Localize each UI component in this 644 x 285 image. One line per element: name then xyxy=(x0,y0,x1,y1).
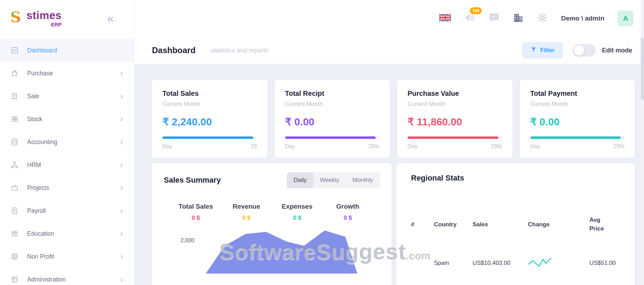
stat-footer: Day 29% xyxy=(530,143,625,150)
chevron-right-icon: › xyxy=(120,92,123,101)
stat-amount: ₹ 11,860.00 xyxy=(408,116,502,128)
announcements-button[interactable]: 126 xyxy=(464,12,475,25)
chevron-right-icon: › xyxy=(120,137,123,146)
sidebar-item-label: Education xyxy=(27,230,54,237)
sparkline-icon xyxy=(528,257,553,269)
metric-growth: Growth 0 $ xyxy=(330,202,365,221)
edit-mode-toggle[interactable] xyxy=(573,44,596,57)
company-button[interactable] xyxy=(513,12,524,25)
stat-amount: ₹ 0.00 xyxy=(285,116,380,128)
sidebar-item-hrm[interactable]: HRM › xyxy=(0,153,134,176)
stat-card-total-sales: Total Sales Current Month ₹ 2,240.00 Day… xyxy=(152,80,267,158)
stat-title: Total Recipt xyxy=(285,90,380,98)
sidebar-item-label: Payroll xyxy=(27,207,46,215)
chevron-right-icon: › xyxy=(120,115,123,124)
sidebar-item-education[interactable]: Education › xyxy=(0,222,134,245)
stat-period: Current Month xyxy=(162,101,257,108)
notification-badge: 126 xyxy=(470,7,482,14)
tab-monthly[interactable]: Monthly xyxy=(346,172,380,188)
panel-row: Sales Summary Daily Weekly Monthly Total… xyxy=(152,163,635,285)
progress-bar-fill xyxy=(162,136,253,139)
chevron-right-icon: › xyxy=(120,160,123,169)
sidebar: S stimes ERP « Dashboard xyxy=(0,0,134,285)
table-row[interactable]: Spain US$10,403.00 US$51.00 xyxy=(411,257,620,269)
metric-value: 0 $ xyxy=(280,215,314,221)
sidebar-item-dashboard[interactable]: Dashboard xyxy=(0,39,134,62)
regional-stats-table: # Country Sales Change Avg Price Spain U… xyxy=(411,216,620,269)
progress-bar-fill xyxy=(530,136,621,139)
app-logo[interactable]: S stimes ERP xyxy=(8,10,62,27)
chevron-right-icon: › xyxy=(120,275,123,284)
sidebar-item-label: Accounting xyxy=(27,139,57,146)
dashboard-chart-icon xyxy=(10,46,19,55)
stat-title: Total Sales xyxy=(162,90,257,98)
main-column: 126 xyxy=(134,0,644,285)
stat-period: Current Month xyxy=(285,101,380,108)
metric-value: 0 $ xyxy=(229,215,264,221)
metric-label: Revenue xyxy=(229,202,264,211)
stat-day-label: Day xyxy=(530,143,540,150)
avatar[interactable]: A xyxy=(618,10,634,26)
sidebar-item-non-profit[interactable]: Non Profit › xyxy=(0,245,134,268)
metric-label: Expenses xyxy=(280,202,314,211)
sales-summary-header: Sales Summary Daily Weekly Monthly xyxy=(164,172,380,188)
sidebar-item-projects[interactable]: Projects › xyxy=(0,176,134,199)
user-menu[interactable]: Demo \ admin xyxy=(561,15,604,22)
chevron-right-icon: › xyxy=(120,252,123,261)
logo-texts: stimes ERP xyxy=(26,10,62,27)
chevron-right-icon: › xyxy=(120,183,123,192)
stat-day-value: 29% xyxy=(613,143,625,150)
scrollbar-track[interactable] xyxy=(641,0,644,285)
tab-weekly[interactable]: Weekly xyxy=(313,172,346,188)
stat-period: Current Month xyxy=(408,101,502,108)
period-tabs: Daily Weekly Monthly xyxy=(287,172,380,188)
stat-day-value: 29% xyxy=(491,143,502,150)
stat-day-label: Day xyxy=(162,143,172,150)
stock-boxes-icon xyxy=(10,115,19,123)
area-chart-icon xyxy=(201,225,380,274)
sidebar-item-label: Purchase xyxy=(27,70,53,77)
progress-bar xyxy=(285,136,380,139)
accounting-database-icon xyxy=(10,138,19,146)
tab-daily[interactable]: Daily xyxy=(287,172,313,188)
sidebar-nav: Dashboard Purchase › Sale › xyxy=(0,39,134,285)
sidebar-item-sale[interactable]: Sale › xyxy=(0,85,134,108)
sidebar-item-accounting[interactable]: Accounting › xyxy=(0,131,134,153)
sidebar-collapse-icon[interactable]: « xyxy=(107,14,114,23)
progress-bar xyxy=(408,136,502,139)
filter-button[interactable]: Filter xyxy=(522,42,563,59)
sidebar-item-administration[interactable]: Administration › xyxy=(0,268,134,285)
sidebar-item-purchase[interactable]: Purchase › xyxy=(0,62,134,85)
subheader: Dashboard statistics and reports Filter … xyxy=(134,37,644,64)
sidebar-item-label: HRM xyxy=(27,161,41,169)
app-window: S stimes ERP « Dashboard xyxy=(0,0,644,285)
sidebar-item-label: Dashboard xyxy=(27,47,57,54)
settings-button[interactable] xyxy=(537,12,548,24)
sale-receipt-icon xyxy=(10,92,19,100)
dashboard-content: Total Sales Current Month ₹ 2,240.00 Day… xyxy=(134,64,644,285)
page-subtitle: statistics and reports xyxy=(211,47,268,54)
messages-button[interactable] xyxy=(489,12,500,25)
stat-card-total-recipt: Total Recipt Current Month ₹ 0.00 Day 29… xyxy=(275,80,390,158)
language-selector[interactable] xyxy=(439,14,451,23)
cell-country: Spain xyxy=(434,260,473,267)
regional-stats-panel: Regional Stats # Country Sales Change Av… xyxy=(396,163,635,285)
sidebar-item-stock[interactable]: Stock › xyxy=(0,108,134,131)
column-header-index: # xyxy=(411,221,434,228)
sidebar-item-payroll[interactable]: Payroll › xyxy=(0,199,134,222)
stat-day-label: Day xyxy=(285,143,295,150)
chart-y-axis-tick: 2,000 xyxy=(164,225,201,274)
metric-revenue: Revenue 0 $ xyxy=(229,202,264,221)
scrollbar-thumb[interactable] xyxy=(641,37,644,100)
sidebar-item-label: Sale xyxy=(27,93,39,100)
metric-label: Total Sales xyxy=(178,202,213,211)
stat-title: Total Payment xyxy=(530,90,625,98)
stat-day-value: 29% xyxy=(368,143,379,150)
metric-label: Growth xyxy=(330,202,365,211)
column-header-avg-price: Avg Price xyxy=(589,216,609,233)
page-title: Dashboard xyxy=(152,45,195,55)
progress-bar-fill xyxy=(285,136,376,139)
sales-metrics: Total Sales 0 $ Revenue 0 $ Expenses 0 $ xyxy=(164,202,380,221)
cell-avg-price: US$51.00 xyxy=(589,260,620,267)
metric-total-sales: Total Sales 0 $ xyxy=(178,202,213,221)
